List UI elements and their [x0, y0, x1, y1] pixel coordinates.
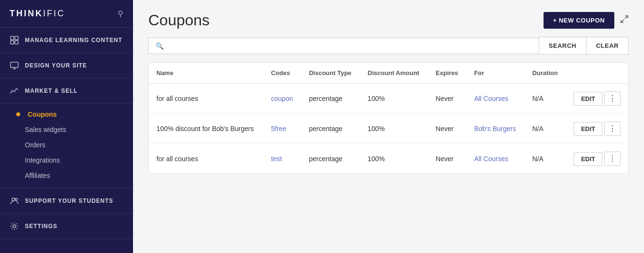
- sidebar-item-market-and-sell[interactable]: MARKET & SELL: [0, 78, 133, 104]
- table-header-row: Name Codes Discount Type Discount Amount…: [149, 63, 628, 84]
- cell-discount-amount: 100%: [360, 84, 428, 114]
- cell-for: All Courses: [466, 144, 525, 174]
- cell-duration: N/A: [524, 114, 566, 144]
- cell-codes: coupon: [263, 84, 301, 114]
- sidebar-item-coupons[interactable]: Coupons: [0, 107, 133, 122]
- more-options-button[interactable]: ⋮: [604, 121, 621, 136]
- svg-rect-0: [11, 36, 14, 40]
- row-actions: EDIT ⋮: [574, 91, 621, 106]
- col-actions: [566, 63, 628, 84]
- sidebar-item-label: MARKET & SELL: [25, 88, 78, 94]
- logo-text: THINKIFIC: [10, 9, 65, 19]
- cell-codes: 5free: [263, 114, 301, 144]
- row-actions: EDIT ⋮: [574, 121, 621, 136]
- cell-discount-amount: 100%: [360, 114, 428, 144]
- cell-codes: test: [263, 144, 301, 174]
- header-actions: + NEW COUPON: [544, 12, 629, 29]
- edit-button[interactable]: EDIT: [574, 152, 602, 166]
- col-name: Name: [149, 63, 263, 84]
- cell-actions: EDIT ⋮: [566, 84, 628, 114]
- cell-expires: Never: [428, 84, 466, 114]
- cell-name: 100% discount for Bob's Burgers: [149, 114, 263, 144]
- sidebar: THINKIFIC ⚲ MANAGE LEARNING CONTENT DESI…: [0, 0, 133, 253]
- sidebar-item-label: DESIGN YOUR SITE: [25, 62, 87, 69]
- svg-rect-4: [11, 62, 18, 67]
- edit-button[interactable]: EDIT: [574, 92, 602, 106]
- more-options-button[interactable]: ⋮: [604, 152, 621, 166]
- svg-rect-2: [11, 41, 14, 44]
- search-bar: 🔍 SEARCH CLEAR: [133, 37, 644, 62]
- coupons-table: Name Codes Discount Type Discount Amount…: [149, 63, 628, 174]
- table-body: for all courses coupon percentage 100% N…: [149, 84, 628, 174]
- monitor-icon: [10, 61, 19, 70]
- sidebar-logo: THINKIFIC ⚲: [0, 0, 133, 28]
- search-input-wrapper: 🔍: [148, 38, 539, 54]
- sidebar-item-label: MANAGE LEARNING CONTENT: [25, 37, 122, 44]
- svg-point-8: [15, 198, 18, 201]
- clear-button[interactable]: CLEAR: [586, 37, 629, 55]
- cell-for: Bob's Burgers: [466, 114, 525, 144]
- cell-discount-amount: 100%: [360, 144, 428, 174]
- page-title: Coupons: [148, 11, 210, 29]
- svg-rect-3: [15, 41, 18, 44]
- sidebar-item-settings[interactable]: SETTINGS: [0, 214, 133, 239]
- svg-point-9: [13, 225, 16, 228]
- sidebar-item-label: SUPPORT YOUR STUDENTS: [25, 198, 113, 204]
- chart-icon: [10, 86, 19, 96]
- sidebar-search-icon[interactable]: ⚲: [118, 9, 123, 18]
- search-input[interactable]: [167, 42, 532, 50]
- cell-discount-type: percentage: [301, 84, 360, 114]
- more-options-button[interactable]: ⋮: [604, 91, 621, 106]
- expand-icon: [620, 15, 629, 23]
- col-for: For: [466, 63, 525, 84]
- sidebar-item-orders[interactable]: Orders: [0, 137, 133, 153]
- cell-discount-type: percentage: [301, 144, 360, 174]
- page-header: Coupons + NEW COUPON: [133, 0, 644, 37]
- svg-line-10: [625, 16, 628, 19]
- new-coupon-button[interactable]: + NEW COUPON: [544, 12, 614, 29]
- col-codes: Codes: [263, 63, 301, 84]
- cell-name: for all courses: [149, 144, 263, 174]
- col-discount-type: Discount Type: [301, 63, 360, 84]
- sidebar-item-support-your-students[interactable]: SUPPORT YOUR STUDENTS: [0, 188, 133, 214]
- users-icon: [10, 196, 19, 206]
- cell-expires: Never: [428, 144, 466, 174]
- cell-actions: EDIT ⋮: [566, 144, 628, 174]
- svg-point-7: [12, 198, 15, 201]
- sidebar-item-sales-widgets[interactable]: Sales widgets: [0, 122, 133, 137]
- cell-for: All Courses: [466, 84, 525, 114]
- col-duration: Duration: [524, 63, 566, 84]
- cell-duration: N/A: [524, 84, 566, 114]
- gear-icon: [10, 221, 19, 231]
- edit-button[interactable]: EDIT: [574, 122, 602, 136]
- sidebar-item-affiliates[interactable]: Affiliates: [0, 168, 133, 183]
- expand-button[interactable]: [620, 15, 629, 26]
- cell-actions: EDIT ⋮: [566, 114, 628, 144]
- sidebar-item-design-your-site[interactable]: DESIGN YOUR SITE: [0, 53, 133, 78]
- svg-rect-1: [15, 36, 18, 40]
- cell-duration: N/A: [524, 144, 566, 174]
- main-content: Coupons + NEW COUPON 🔍 SEARCH CLEAR: [133, 0, 644, 253]
- cell-name: for all courses: [149, 84, 263, 114]
- table-row: 100% discount for Bob's Burgers 5free pe…: [149, 114, 628, 144]
- cell-expires: Never: [428, 114, 466, 144]
- grid-icon: [10, 35, 19, 45]
- sidebar-item-manage-learning-content[interactable]: MANAGE LEARNING CONTENT: [0, 28, 133, 53]
- active-dot: [16, 112, 20, 116]
- table-row: for all courses coupon percentage 100% N…: [149, 84, 628, 114]
- coupons-table-container: Name Codes Discount Type Discount Amount…: [148, 62, 629, 174]
- search-icon: 🔍: [155, 42, 164, 50]
- market-sell-subitems: Coupons Sales widgets Orders Integration…: [0, 104, 133, 188]
- col-expires: Expires: [428, 63, 466, 84]
- table-row: for all courses test percentage 100% Nev…: [149, 144, 628, 174]
- col-discount-amount: Discount Amount: [360, 63, 428, 84]
- svg-line-11: [621, 20, 624, 22]
- row-actions: EDIT ⋮: [574, 152, 621, 166]
- sidebar-item-integrations[interactable]: Integrations: [0, 153, 133, 168]
- cell-discount-type: percentage: [301, 114, 360, 144]
- search-button[interactable]: SEARCH: [539, 37, 586, 55]
- sidebar-item-label: SETTINGS: [25, 223, 57, 230]
